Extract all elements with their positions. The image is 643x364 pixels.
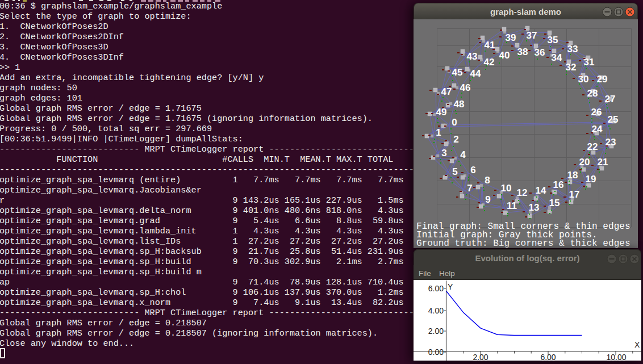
svg-text:11: 11 [507,200,517,211]
svg-text:33: 33 [567,44,578,55]
svg-text:32: 32 [566,62,577,73]
svg-text:6: 6 [470,165,475,175]
svg-text:30: 30 [578,74,589,85]
svg-text:26: 26 [591,107,602,118]
svg-text:27: 27 [605,94,616,104]
svg-text:20: 20 [579,157,590,168]
svg-text:40: 40 [499,50,510,61]
svg-text:4.00: 4.00 [428,306,444,315]
svg-text:10: 10 [501,183,512,194]
svg-text:35: 35 [548,35,558,45]
svg-text:2: 2 [453,134,458,145]
svg-text:36: 36 [535,47,545,58]
svg-text:6.00: 6.00 [540,353,556,361]
svg-text:16: 16 [553,179,564,190]
svg-text:5: 5 [452,166,457,177]
svg-text:18: 18 [567,170,578,181]
svg-text:14: 14 [536,185,546,196]
svg-text:23: 23 [606,137,616,148]
svg-text:X: X [634,340,640,349]
svg-text:17: 17 [569,189,580,200]
svg-text:49: 49 [436,107,447,118]
svg-text:7: 7 [467,183,472,194]
svg-text:28: 28 [587,88,598,99]
svg-text:13: 13 [529,202,540,213]
svg-text:9: 9 [485,194,490,205]
svg-text:34: 34 [552,52,562,63]
svg-text:22: 22 [587,141,598,152]
svg-text:31: 31 [584,57,595,68]
svg-text:29: 29 [597,74,608,85]
svg-text:44: 44 [470,68,481,79]
svg-text:24: 24 [592,124,603,135]
svg-text:42: 42 [484,57,495,68]
svg-text:38: 38 [517,47,528,57]
svg-text:39: 39 [506,32,516,43]
svg-text:0.00: 0.00 [428,348,444,357]
svg-text:43: 43 [467,51,478,62]
svg-text:Ground truth: Big corners & th: Ground truth: Big corners & thick edges [416,239,631,248]
svg-text:25: 25 [608,114,619,125]
svg-text:41: 41 [485,40,495,51]
svg-text:3: 3 [441,148,446,158]
svg-text:0: 0 [452,117,457,128]
svg-text:48: 48 [454,99,465,110]
svg-text:10.00: 10.00 [606,353,626,361]
svg-text:45: 45 [452,67,463,78]
svg-text:4: 4 [460,149,466,160]
svg-text:Y: Y [448,282,453,291]
svg-text:46: 46 [460,82,471,93]
svg-text:47: 47 [441,86,452,97]
svg-text:2.00: 2.00 [428,327,444,336]
svg-text:1: 1 [436,127,441,138]
svg-text:8: 8 [485,175,490,186]
svg-text:19: 19 [586,174,596,185]
svg-text:2.00: 2.00 [473,353,488,361]
svg-text:12: 12 [517,187,528,198]
svg-text:37: 37 [527,30,537,41]
svg-text:6.00: 6.00 [428,284,444,293]
svg-text:15: 15 [549,198,560,208]
svg-text:21: 21 [598,157,608,168]
